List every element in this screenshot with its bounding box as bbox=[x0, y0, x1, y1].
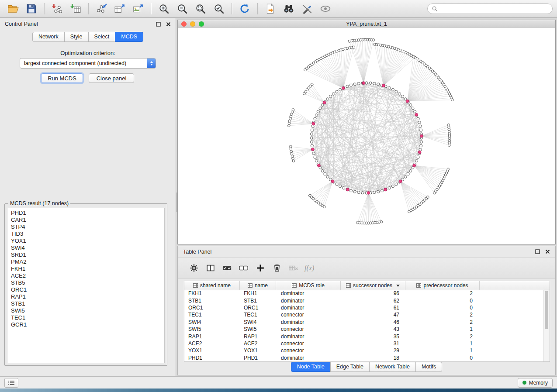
import-network-button[interactable] bbox=[48, 2, 66, 16]
table-row[interactable]: PHD1PHD1dominator180 bbox=[184, 354, 544, 361]
run-mcds-button[interactable]: Run MCDS bbox=[41, 73, 83, 83]
show-columns-button[interactable] bbox=[202, 261, 219, 275]
table-cell: 31 bbox=[341, 340, 405, 347]
column-header-name[interactable]: name bbox=[240, 281, 276, 290]
mcds-result-item[interactable]: SRD1 bbox=[7, 251, 164, 258]
mcds-result-item[interactable]: STB1 bbox=[7, 300, 164, 307]
table-row[interactable]: ORC1ORC1dominator610 bbox=[184, 304, 544, 311]
mcds-result-item[interactable]: SWI4 bbox=[7, 244, 164, 251]
mcds-result-item[interactable]: STP4 bbox=[7, 224, 164, 230]
table-row[interactable]: RAP1RAP1dominator352 bbox=[184, 333, 544, 340]
mcds-result-item[interactable]: STB5 bbox=[7, 279, 164, 286]
table-cell: 2 bbox=[405, 334, 480, 340]
mcds-result-item[interactable]: GCR1 bbox=[7, 321, 164, 328]
table-panel-title: Table Panel bbox=[183, 249, 211, 255]
graphics-details-button[interactable] bbox=[298, 2, 316, 16]
criterion-dropdown-value: largest connected component (undirected) bbox=[20, 60, 147, 66]
network-graph[interactable] bbox=[178, 28, 555, 244]
tab-select[interactable]: Select bbox=[88, 32, 116, 42]
zoom-out-button[interactable] bbox=[173, 2, 191, 16]
function-builder-button[interactable]: f(x) bbox=[302, 264, 314, 272]
import-table-button[interactable] bbox=[67, 2, 84, 16]
delete-table-button[interactable] bbox=[285, 261, 302, 275]
zoom-fit-button[interactable] bbox=[192, 2, 209, 16]
folder-open-icon bbox=[7, 3, 19, 14]
copy-document-button[interactable] bbox=[262, 2, 279, 16]
mcds-result-list[interactable]: PHD1CAR1STP4TID3YOX1SWI4SRD1PMA2FKH1ACE2… bbox=[7, 208, 165, 363]
mcds-result-item[interactable]: TEC1 bbox=[7, 314, 164, 321]
table-settings-button[interactable] bbox=[186, 261, 202, 275]
table-cell: YOX1 bbox=[184, 347, 240, 354]
save-session-button[interactable] bbox=[23, 2, 40, 16]
export-image-button[interactable] bbox=[129, 2, 147, 16]
close-panel-icon[interactable] bbox=[166, 22, 171, 27]
column-header-mcds-role[interactable]: MCDS role bbox=[276, 281, 341, 290]
table-cell: PHD1 bbox=[240, 355, 276, 361]
tab-node-table[interactable]: Node Table bbox=[291, 362, 331, 372]
deselect-all-button[interactable] bbox=[235, 261, 252, 275]
column-header-successor-nodes[interactable]: successor nodes bbox=[341, 281, 405, 290]
table-cell: ORC1 bbox=[184, 305, 240, 311]
mcds-result-item[interactable]: PMA2 bbox=[7, 258, 164, 265]
apply-layout-button[interactable] bbox=[236, 2, 253, 16]
table-panel-titlebar: Table Panel bbox=[178, 246, 555, 257]
mcds-result-item[interactable]: RAP1 bbox=[7, 293, 164, 300]
table-row[interactable]: SWI5SWI5connector431 bbox=[184, 326, 544, 333]
table-row[interactable]: FKH1FKH1dominator962 bbox=[184, 290, 544, 297]
add-column-button[interactable] bbox=[252, 261, 269, 275]
mcds-result-item[interactable]: SWI5 bbox=[7, 307, 164, 314]
export-table-button[interactable] bbox=[111, 2, 128, 16]
mcds-result-item[interactable]: FKH1 bbox=[7, 265, 164, 272]
mcds-result-item[interactable]: TID3 bbox=[7, 230, 164, 237]
copy-document-icon bbox=[265, 3, 276, 14]
table-panel: Table Panel bbox=[177, 246, 556, 375]
show-hide-button[interactable] bbox=[317, 2, 334, 16]
mcds-result-item[interactable]: ORC1 bbox=[7, 286, 164, 293]
table-row[interactable]: STB1STB1dominator620 bbox=[184, 297, 544, 304]
open-file-button[interactable] bbox=[4, 2, 22, 16]
search-box[interactable] bbox=[427, 3, 553, 14]
search-icon bbox=[432, 6, 438, 12]
table-row[interactable]: ACE2ACE2connector311 bbox=[184, 340, 544, 347]
network-canvas[interactable] bbox=[178, 28, 555, 244]
table-cell: connector bbox=[276, 347, 341, 354]
find-button[interactable] bbox=[280, 2, 298, 16]
criterion-dropdown[interactable]: largest connected component (undirected) bbox=[20, 58, 156, 69]
mcds-result-item[interactable]: YOX1 bbox=[7, 237, 164, 244]
table-row[interactable]: TEC1TEC1connector472 bbox=[184, 311, 544, 318]
network-window-titlebar[interactable]: YPA_prune.txt_1 bbox=[178, 20, 555, 28]
tab-mcds[interactable]: MCDS bbox=[115, 32, 143, 42]
tab-motifs[interactable]: Motifs bbox=[415, 362, 442, 372]
export-network-button[interactable] bbox=[93, 2, 110, 16]
select-all-button[interactable] bbox=[219, 261, 235, 275]
task-history-button[interactable] bbox=[4, 378, 18, 388]
zoom-in-button[interactable] bbox=[155, 2, 173, 16]
delete-column-button[interactable] bbox=[269, 261, 285, 275]
tab-edge-table[interactable]: Edge Table bbox=[330, 362, 370, 372]
search-input[interactable] bbox=[440, 5, 548, 12]
mcds-result-item[interactable]: ACE2 bbox=[7, 272, 164, 279]
tab-network-table[interactable]: Network Table bbox=[369, 362, 416, 372]
optimization-criterion-label: Optimization criterion: bbox=[0, 50, 176, 56]
float-panel-icon[interactable] bbox=[156, 22, 161, 27]
scrollbar-thumb[interactable] bbox=[545, 291, 548, 329]
table-cell: 0 bbox=[405, 298, 480, 304]
close-panel-icon[interactable] bbox=[545, 249, 550, 254]
mcds-result-item[interactable]: CAR1 bbox=[7, 217, 164, 224]
table-scrollbar[interactable] bbox=[543, 290, 550, 361]
column-header-shared-name[interactable]: shared name bbox=[184, 281, 240, 290]
mcds-result-item[interactable]: PHD1 bbox=[7, 210, 164, 217]
network-view-window: YPA_prune.txt_1 bbox=[177, 20, 556, 244]
tab-network[interactable]: Network bbox=[32, 32, 65, 42]
column-header-predecessor-nodes[interactable]: predecessor nodes bbox=[405, 281, 480, 290]
column-type-icon bbox=[346, 283, 351, 288]
table-cell: 43 bbox=[341, 326, 405, 332]
table-row[interactable]: SWI4SWI4dominator462 bbox=[184, 319, 544, 326]
table-row[interactable]: YOX1YOX1connector291 bbox=[184, 347, 544, 354]
close-panel-button[interactable]: Close panel bbox=[89, 73, 134, 83]
memory-button[interactable]: Memory bbox=[518, 378, 553, 388]
tab-style[interactable]: Style bbox=[64, 32, 89, 42]
zoom-selected-button[interactable] bbox=[210, 2, 228, 16]
float-panel-icon[interactable] bbox=[535, 249, 540, 254]
table-cell: PHD1 bbox=[184, 355, 240, 361]
